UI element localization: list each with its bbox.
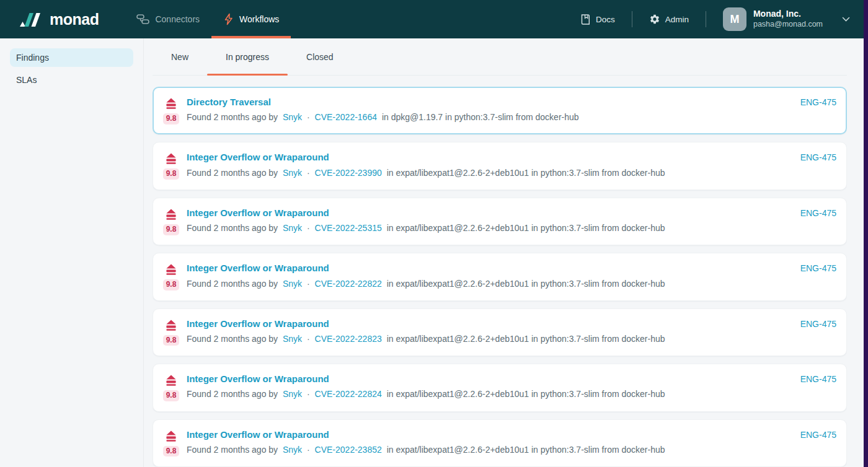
ticket-link[interactable]: ENG-475 <box>800 152 836 180</box>
account-email: pasha@monad.com <box>753 20 823 30</box>
finding-body: Integer Overflow or Wraparound Found 2 m… <box>187 429 793 457</box>
tab-label: In progress <box>226 52 269 62</box>
ticket-link[interactable]: ENG-475 <box>800 263 836 290</box>
ticket-link[interactable]: ENG-475 <box>800 97 836 124</box>
gear-icon <box>649 14 660 25</box>
finding-body: Integer Overflow or Wraparound Found 2 m… <box>187 373 793 401</box>
finding-body: Integer Overflow or Wraparound Found 2 m… <box>187 318 793 346</box>
severity-score-badge: 9.8 <box>163 224 180 235</box>
dot-separator: · <box>307 223 310 233</box>
found-prefix-text: Found 2 months ago by <box>187 223 278 233</box>
cve-link[interactable]: CVE-2022-23852 <box>315 445 382 455</box>
source-link[interactable]: Snyk <box>283 223 302 233</box>
finding-card[interactable]: 9.8 Integer Overflow or Wraparound Found… <box>153 253 847 300</box>
workflows-bolt-icon <box>223 13 234 25</box>
sidebar-item-label: SLAs <box>16 75 37 85</box>
finding-card[interactable]: 9.8 Integer Overflow or Wraparound Found… <box>153 198 847 245</box>
monad-logo-icon <box>19 11 43 28</box>
nav-item-label: Connectors <box>155 14 200 24</box>
source-link[interactable]: Snyk <box>283 389 302 399</box>
finding-title-link[interactable]: Integer Overflow or Wraparound <box>187 429 329 440</box>
dot-separator: · <box>307 112 310 122</box>
found-prefix-text: Found 2 months ago by <box>187 112 278 122</box>
right-edge-strip <box>864 0 868 467</box>
sidebar-item-slas[interactable]: SLAs <box>10 71 133 89</box>
monad-logo[interactable]: monad <box>19 11 99 28</box>
severity-column: 9.8 <box>163 263 179 290</box>
severity-score-badge: 9.8 <box>163 279 180 290</box>
avatar: M <box>723 7 746 31</box>
finding-detail-text: in expat/libexpat1@2.2.6-2+deb10u1 in py… <box>387 279 665 289</box>
finding-detail-text: in expat/libexpat1@2.2.6-2+deb10u1 in py… <box>387 389 665 399</box>
finding-body: Integer Overflow or Wraparound Found 2 m… <box>187 263 793 290</box>
account-menu[interactable]: M Monad, Inc. pasha@monad.com <box>723 7 850 31</box>
finding-title-link[interactable]: Directory Traversal <box>187 97 271 107</box>
tab-in-progress[interactable]: In progress <box>207 38 288 75</box>
source-link[interactable]: Snyk <box>283 112 302 122</box>
ticket-link[interactable]: ENG-475 <box>800 207 836 235</box>
ticket-link[interactable]: ENG-475 <box>800 429 836 457</box>
navbar-divider <box>706 11 706 27</box>
sidebar-item-findings[interactable]: Findings <box>10 48 133 67</box>
admin-link[interactable]: Admin <box>649 14 689 25</box>
cve-link[interactable]: CVE-2022-23990 <box>315 168 382 178</box>
account-org-name: Monad, Inc. <box>753 9 823 20</box>
finding-meta: Found 2 months ago by Snyk · CVE-2022-22… <box>187 279 793 289</box>
connectors-icon <box>136 14 149 25</box>
source-link[interactable]: Snyk <box>283 279 302 289</box>
ticket-link[interactable]: ENG-475 <box>800 318 836 346</box>
cve-link[interactable]: CVE-2022-22823 <box>315 334 382 344</box>
finding-detail-text: in expat/libexpat1@2.2.6-2+deb10u1 in py… <box>387 445 665 455</box>
finding-title-link[interactable]: Integer Overflow or Wraparound <box>187 373 329 384</box>
tab-label: Closed <box>306 52 334 62</box>
finding-card[interactable]: 9.8 Integer Overflow or Wraparound Found… <box>153 308 847 356</box>
severity-score-badge: 9.8 <box>163 335 180 346</box>
dot-separator: · <box>307 334 310 344</box>
docs-link[interactable]: Docs <box>580 14 615 25</box>
ticket-link[interactable]: ENG-475 <box>800 373 836 401</box>
nav-item-workflows[interactable]: Workflows <box>211 0 291 38</box>
source-link[interactable]: Snyk <box>283 334 302 344</box>
cve-link[interactable]: CVE-2022-22822 <box>315 279 382 289</box>
severity-column: 9.8 <box>163 318 179 346</box>
critical-severity-icon <box>165 374 177 386</box>
severity-score-badge: 9.8 <box>163 446 180 457</box>
found-prefix-text: Found 2 months ago by <box>187 445 278 455</box>
critical-severity-icon <box>165 319 177 331</box>
finding-meta: Found 2 months ago by Snyk · CVE-2022-16… <box>187 112 793 123</box>
dot-separator: · <box>307 445 310 455</box>
cve-link[interactable]: CVE-2022-22824 <box>315 389 382 399</box>
tab-new[interactable]: New <box>153 38 207 75</box>
main-nav: Connectors Workflows <box>125 0 291 38</box>
finding-body: Directory Traversal Found 2 months ago b… <box>187 97 793 124</box>
finding-body: Integer Overflow or Wraparound Found 2 m… <box>187 207 793 235</box>
page-layout: Findings SLAs New In progress Closed <box>0 38 864 467</box>
finding-meta: Found 2 months ago by Snyk · CVE-2022-25… <box>187 223 793 234</box>
nav-item-connectors[interactable]: Connectors <box>125 0 211 38</box>
source-link[interactable]: Snyk <box>283 168 302 178</box>
cve-link[interactable]: CVE-2022-25315 <box>315 223 382 233</box>
finding-card[interactable]: 9.8 Integer Overflow or Wraparound Found… <box>153 419 847 467</box>
finding-body: Integer Overflow or Wraparound Found 2 m… <box>187 152 793 180</box>
severity-score-badge: 9.8 <box>163 113 180 124</box>
finding-title-link[interactable]: Integer Overflow or Wraparound <box>187 318 329 329</box>
top-navbar: monad Connectors Wor <box>0 0 864 38</box>
finding-title-link[interactable]: Integer Overflow or Wraparound <box>187 263 329 273</box>
cve-link[interactable]: CVE-2022-1664 <box>315 112 377 122</box>
finding-card[interactable]: 9.8 Directory Traversal Found 2 months a… <box>153 87 847 134</box>
finding-meta: Found 2 months ago by Snyk · CVE-2022-22… <box>187 334 793 344</box>
status-tabs: New In progress Closed <box>153 38 847 76</box>
finding-detail-text: in expat/libexpat1@2.2.6-2+deb10u1 in py… <box>387 168 665 178</box>
finding-title-link[interactable]: Integer Overflow or Wraparound <box>187 152 329 162</box>
critical-severity-icon <box>165 208 177 220</box>
found-prefix-text: Found 2 months ago by <box>187 279 278 289</box>
finding-card[interactable]: 9.8 Integer Overflow or Wraparound Found… <box>153 142 847 190</box>
severity-column: 9.8 <box>163 97 179 124</box>
finding-card[interactable]: 9.8 Integer Overflow or Wraparound Found… <box>153 364 847 411</box>
source-link[interactable]: Snyk <box>283 445 302 455</box>
nav-item-label: Workflows <box>239 14 279 24</box>
tab-label: New <box>171 52 188 62</box>
finding-title-link[interactable]: Integer Overflow or Wraparound <box>187 207 329 218</box>
admin-label: Admin <box>665 15 689 24</box>
tab-closed[interactable]: Closed <box>288 38 352 75</box>
